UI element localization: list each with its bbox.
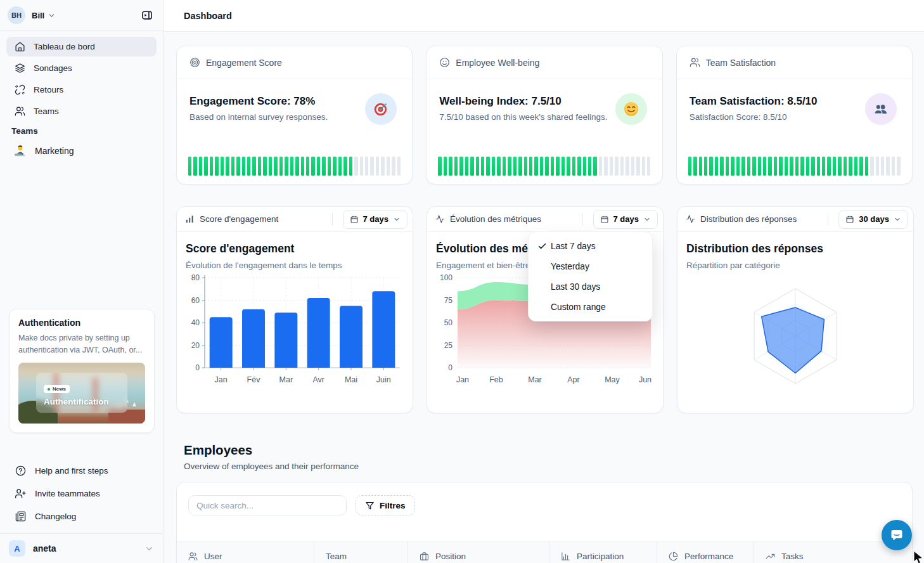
response-distribution-card: Distribution des réponses 30 days Distri…: [677, 206, 914, 413]
sidebar-item-tableau-de-bord[interactable]: Tableau de bord: [6, 37, 157, 56]
authentication-promo-card[interactable]: Authentication Make docs private by sett…: [9, 309, 155, 433]
chevron-down-icon: [393, 216, 401, 223]
sidebar-item-teams[interactable]: Teams: [6, 101, 157, 121]
svg-text:25: 25: [444, 341, 453, 350]
chat-launcher-button[interactable]: [882, 520, 912, 550]
time-range-button[interactable]: 30 days: [838, 210, 908, 229]
svg-text:75: 75: [444, 296, 453, 305]
search-input[interactable]: [188, 495, 347, 515]
column-header-team[interactable]: Team: [314, 541, 408, 563]
column-header-participation[interactable]: Participation: [549, 541, 657, 563]
smile-emoji: [615, 93, 647, 125]
mouse-cursor: [913, 550, 924, 563]
svg-text:Avr: Avr: [312, 375, 324, 384]
layers-icon: [15, 63, 25, 74]
sidebar-item-help[interactable]: Help and first steps: [0, 459, 163, 482]
chart-subtitle: Répartition par catégorie: [686, 261, 904, 270]
sidebar-item-invite[interactable]: Invite teammates: [0, 482, 163, 505]
workspace-switcher[interactable]: BH Bill: [0, 0, 163, 31]
menu-item-custom-range[interactable]: Custom range: [529, 297, 652, 317]
activity-icon: [435, 214, 445, 224]
team-item-label: Marketing: [35, 146, 74, 156]
column-header-performance[interactable]: Performance: [657, 541, 754, 563]
svg-text:Mai: Mai: [345, 375, 357, 384]
column-header-position[interactable]: Position: [408, 541, 549, 563]
users-icon: [15, 106, 25, 117]
chart-card-header: Distribution des réponses 30 days: [677, 207, 913, 232]
chevron-down-icon: [144, 544, 154, 553]
help-circle-icon: [15, 465, 26, 476]
svg-text:50: 50: [444, 318, 453, 327]
sidebar-item-label: Sondages: [34, 63, 72, 73]
account-name: aneta: [33, 543, 56, 553]
footer-item-label: Invite teammates: [35, 489, 100, 498]
promo-title: Authentication: [18, 318, 145, 328]
home-icon: [15, 41, 25, 52]
account-switcher[interactable]: A aneta: [0, 533, 163, 563]
dashboard-page: BH Bill Tableau de bord Sondages: [0, 0, 924, 563]
svg-text:Fév: Fév: [247, 375, 261, 384]
check-icon: [537, 242, 551, 251]
unlink-icon: [15, 84, 25, 95]
progress-bar: [188, 157, 401, 176]
funnel-icon: [365, 501, 375, 510]
menu-item-last-30-days[interactable]: Last 30 days: [529, 276, 652, 297]
calendar-icon: [350, 215, 359, 224]
smile-icon: [439, 57, 450, 68]
news-dot-icon: [48, 388, 50, 391]
sidebar-footer: Help and first steps Invite teammates Ch…: [0, 459, 163, 527]
footer-item-label: Help and first steps: [35, 466, 108, 476]
svg-text:May: May: [605, 375, 620, 384]
promo-body: Make docs private by setting up authenti…: [18, 332, 145, 356]
sidebar: BH Bill Tableau de bord Sondages: [0, 0, 164, 563]
sidebar-item-retours[interactable]: Retours: [6, 80, 157, 100]
activity-icon: [686, 214, 695, 224]
teams-section-label: Teams: [11, 126, 38, 136]
employees-table-card: Filtres User Team Position Participation: [176, 482, 913, 563]
people-emoji: [865, 93, 897, 125]
engagement-score-card: Engagement Score Engagement Score: 78% B…: [176, 46, 413, 184]
chart-card-header: Évolution des métriques 7 days: [427, 207, 663, 232]
users-icon: [690, 57, 700, 68]
time-range-button[interactable]: 7 days: [593, 210, 658, 229]
sidebar-item-marketing[interactable]: Marketing: [6, 141, 157, 160]
menu-item-yesterday[interactable]: Yesterday: [529, 256, 652, 276]
progress-bar: [438, 157, 650, 176]
briefcase-icon: [420, 552, 429, 561]
divider: [828, 213, 828, 226]
target-icon: [189, 57, 200, 68]
svg-text:80: 80: [191, 273, 200, 282]
chart-card-header: Score d'engagement 7 days: [177, 207, 413, 232]
menu-item-last-7-days[interactable]: Last 7 days: [529, 236, 652, 256]
sidebar-item-sondages[interactable]: Sondages: [6, 58, 157, 78]
stat-card-header: Employee Well-being: [427, 46, 662, 79]
table-header-row: User Team Position Participation Perform…: [177, 541, 912, 563]
svg-text:Jan: Jan: [456, 375, 469, 384]
sidebar-item-changelog[interactable]: Changelog: [0, 505, 163, 527]
chevron-down-icon: [894, 216, 901, 223]
newspaper-icon: [15, 511, 26, 522]
divider: [332, 213, 333, 226]
chevron-down-icon: [48, 11, 56, 20]
page-title: Dashboard: [184, 11, 232, 21]
svg-text:40: 40: [191, 318, 200, 327]
chart-header-label: Distribution des réponses: [700, 214, 797, 224]
calendar-icon: [600, 215, 609, 224]
stat-card-header-label: Team Satisfaction: [706, 58, 776, 68]
svg-text:Jun: Jun: [639, 375, 651, 384]
column-header-user[interactable]: User: [177, 541, 314, 563]
divider: [582, 213, 583, 226]
chat-bubble-icon: [889, 527, 904, 543]
promo-overlay-title: Authentification: [44, 397, 120, 406]
sidebar-item-label: Retours: [34, 85, 63, 94]
sidebar-nav: Tableau de bord Sondages Retours Teams: [6, 37, 157, 123]
collapse-sidebar-button[interactable]: [139, 7, 155, 23]
time-range-button[interactable]: 7 days: [343, 210, 407, 229]
user-plus-icon: [15, 488, 26, 499]
filters-button[interactable]: Filtres: [356, 495, 415, 515]
calendar-icon: [845, 215, 854, 224]
promo-overlay: News Authentification: [36, 373, 127, 413]
stat-cards-row: Engagement Score Engagement Score: 78% B…: [176, 46, 913, 184]
employees-title: Employees: [184, 443, 252, 458]
sidebar-item-label: Teams: [34, 107, 59, 116]
